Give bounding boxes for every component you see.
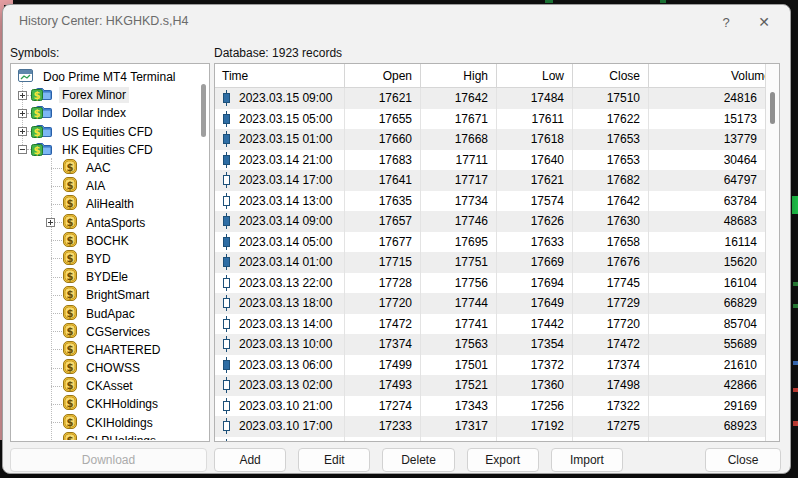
delete-button[interactable]: Delete: [382, 448, 454, 472]
collapse-icon[interactable]: [18, 145, 27, 154]
low-cell: 17694: [497, 273, 573, 294]
table-scrollbar[interactable]: [765, 64, 779, 441]
expand-icon[interactable]: [18, 91, 27, 100]
expand-icon[interactable]: [18, 109, 27, 118]
button-spacer: [635, 448, 693, 472]
tree-group-hk-equities-cfd[interactable]: $HK Equities CFD: [12, 141, 208, 159]
chart-speck: [793, 361, 798, 365]
low-cell: 17442: [497, 314, 573, 335]
table-row[interactable]: 2023.03.14 17:00176411771717621176826479…: [215, 170, 765, 191]
table-row[interactable]: 2023.03.14 01:00177151775117669176761562…: [215, 252, 765, 273]
column-header-close[interactable]: Close: [573, 64, 649, 87]
tree-symbol-cgservices[interactable]: $CGServices: [12, 323, 208, 341]
bearish-candle-icon: [222, 357, 231, 373]
column-header-time[interactable]: Time: [215, 64, 345, 87]
bullish-candle-icon: [222, 418, 231, 434]
tree-root-item[interactable]: Doo Prime MT4 Terminal: [12, 68, 208, 86]
tree-symbol-alihealth[interactable]: $AliHealth: [12, 195, 208, 213]
column-header-high[interactable]: High: [421, 64, 497, 87]
tree-symbol-byd[interactable]: $BYD: [12, 250, 208, 268]
time-cell: 2023.03.10 17:00: [215, 416, 345, 437]
close-cell: 17630: [573, 211, 649, 232]
table-row[interactable]: 2023.03.15 01:00176601766817618176531377…: [215, 129, 765, 150]
table-row[interactable]: 2023.03.13 18:00177201774417649177296682…: [215, 293, 765, 314]
tree-symbol-label: CHARTERED: [83, 342, 163, 358]
add-button[interactable]: Add: [214, 448, 286, 472]
tree-symbol-ckiholdings[interactable]: $CKIHoldings: [12, 414, 208, 432]
expand-icon[interactable]: [46, 218, 55, 227]
history-table: TimeOpenHighLowCloseVolume 2023.03.15 09…: [214, 63, 780, 442]
close-icon[interactable]: ✕: [752, 11, 776, 33]
tree-symbol-chartered[interactable]: $CHARTERED: [12, 341, 208, 359]
tree-group-dollar-index[interactable]: $Dollar Index: [12, 104, 208, 122]
close-cell: 17472: [573, 334, 649, 355]
open-cell: 17472: [345, 314, 421, 335]
close-button[interactable]: Close: [705, 448, 781, 472]
candle-body: [223, 278, 230, 288]
tree-symbol-budapac[interactable]: $BudApac: [12, 304, 208, 322]
table-row[interactable]: 2023.03.10 17:00172331731717192172756892…: [215, 416, 765, 437]
time-value: 2023.03.13 14:00: [239, 317, 332, 331]
table-row[interactable]: 2023.03.15 09:00176211764217484175102481…: [215, 88, 765, 109]
high-cell: 17695: [421, 232, 497, 253]
bullish-candle-icon: [222, 193, 231, 209]
table-row[interactable]: 2023.03.14 05:00176771769517633176581611…: [215, 232, 765, 253]
tree-dotted-stub: [51, 186, 62, 187]
table-row[interactable]: 2023.03.14 13:00176351773417574176426378…: [215, 191, 765, 212]
high-cell: 17671: [421, 109, 497, 130]
svg-text:$: $: [67, 343, 74, 354]
time-value: 2023.03.13 22:00: [239, 276, 332, 290]
tree-symbol-clpholdings[interactable]: $CLPHoldings: [12, 432, 208, 440]
tree-symbol-brightsmart[interactable]: $BrightSmart: [12, 286, 208, 304]
candle-body: [223, 298, 230, 308]
tree-symbol-bochk[interactable]: $BOCHK: [12, 232, 208, 250]
close-cell: 17322: [573, 396, 649, 417]
chart-speck: [793, 388, 798, 392]
tree-scrollbar-thumb[interactable]: [201, 84, 206, 137]
titlebar[interactable]: History Center: HKGHKD.s,H4 ? ✕: [3, 5, 790, 39]
tree-symbol-ckasset[interactable]: $CKAsset: [12, 377, 208, 395]
table-row[interactable]: 2023.03.13 02:00174931752117360174984286…: [215, 375, 765, 396]
high-cell: 17668: [421, 129, 497, 150]
table-row[interactable]: 2023.03.13 06:00174991750117372173742161…: [215, 355, 765, 376]
tree-symbol-aac[interactable]: $AAC: [12, 159, 208, 177]
time-value: 2023.03.15 05:00: [239, 112, 332, 126]
time-value: 2023.03.10 21:00: [239, 399, 332, 413]
column-header-open[interactable]: Open: [345, 64, 421, 87]
column-header-volume[interactable]: Volume: [649, 64, 779, 87]
tree-group-us-equities-cfd[interactable]: $US Equities CFD: [12, 123, 208, 141]
open-cell: 17641: [345, 170, 421, 191]
table-row[interactable]: 2023.03.13 14:00174721774117442177208570…: [215, 314, 765, 335]
tree-symbol-antasports[interactable]: $AntaSports: [12, 214, 208, 232]
dollar-coin-icon: $: [62, 414, 78, 432]
table-row[interactable]: 2023.03.10 21:00172741734317256173222916…: [215, 396, 765, 417]
column-header-low[interactable]: Low: [497, 64, 573, 87]
tree-symbol-aia[interactable]: $AIA: [12, 177, 208, 195]
high-cell: 17521: [421, 375, 497, 396]
export-button[interactable]: Export: [467, 448, 539, 472]
tree-symbol-ckhholdings[interactable]: $CKHHoldings: [12, 395, 208, 413]
time-cell: 2023.03.14 01:00: [215, 252, 345, 273]
tree-group-forex-minor[interactable]: $Forex Minor: [12, 86, 208, 104]
tree-symbol-chowss[interactable]: $CHOWSS: [12, 359, 208, 377]
tree-symbol-bydele[interactable]: $BYDEle: [12, 268, 208, 286]
candle-body: [223, 319, 230, 329]
time-cell: 2023.03.13 18:00: [215, 293, 345, 314]
time-value: 2023.03.14 13:00: [239, 194, 332, 208]
table-row[interactable]: 2023.03.14 21:00176831771117640176533046…: [215, 150, 765, 171]
svg-text:$: $: [67, 234, 74, 245]
table-scrollbar-thumb[interactable]: [770, 92, 775, 124]
table-row[interactable]: 2023.03.13 10:00173741756317354174725568…: [215, 334, 765, 355]
expand-icon[interactable]: [18, 127, 27, 136]
download-button[interactable]: Download: [10, 448, 207, 472]
edit-button[interactable]: Edit: [298, 448, 370, 472]
table-row[interactable]: 2023.03.14 09:00176571774617626176304868…: [215, 211, 765, 232]
help-icon[interactable]: ?: [714, 11, 738, 33]
import-button[interactable]: Import: [551, 448, 623, 472]
time-value: 2023.03.14 01:00: [239, 255, 332, 269]
tree-dotted-stub: [51, 368, 62, 369]
tree-symbol-label: BrightSmart: [83, 287, 152, 303]
table-row[interactable]: 2023.03.13 22:00177281775617694177451610…: [215, 273, 765, 294]
high-cell: 17711: [421, 150, 497, 171]
table-row[interactable]: 2023.03.15 05:00176551767117611176221517…: [215, 109, 765, 130]
